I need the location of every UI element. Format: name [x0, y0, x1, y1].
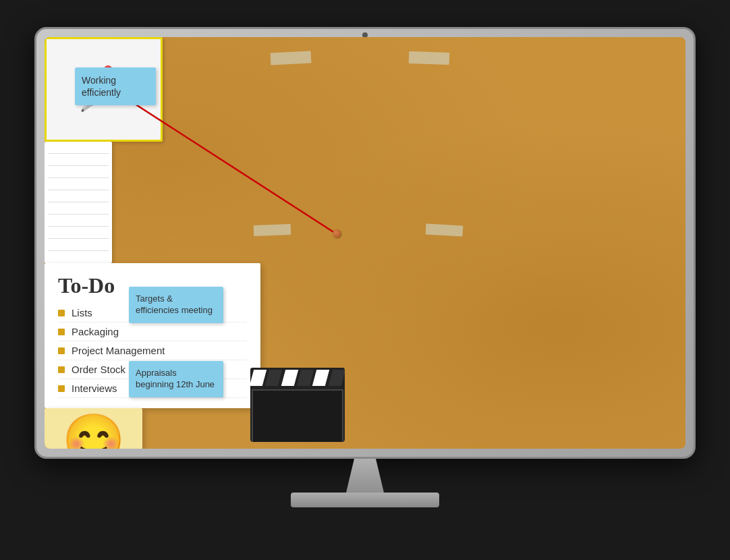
paper-line: [48, 142, 109, 154]
tape-2: [409, 51, 450, 65]
todo-item-packaging: Packaging: [58, 323, 247, 341]
clapperboard: [250, 368, 345, 442]
appraisals-text: Appraisals beginning 12th June: [136, 368, 215, 389]
todo-bullet: [58, 347, 65, 354]
paper-left: [45, 142, 112, 263]
paper-line: [48, 154, 109, 166]
tape-1: [271, 51, 312, 65]
note-appraisals: Appraisals beginning 12th June: [129, 361, 223, 397]
smiley-note: 😊 Remember timekeeping & set goals: [45, 408, 142, 449]
smiley-emoji: 😊: [62, 415, 125, 449]
paper-line: [48, 239, 109, 251]
working-efficiently-text: Working efficiently: [82, 75, 121, 98]
monitor-neck: [338, 459, 392, 493]
paper-line: [48, 190, 109, 202]
monitor-base: [291, 493, 439, 507]
pushpin-2: [333, 229, 341, 237]
paper-line: [48, 202, 109, 215]
note-working-efficiently: Working efficiently: [75, 67, 156, 105]
corkboard: Working efficiently 🖊️ Targets & efficie…: [45, 37, 685, 449]
todo-item-project-management: Project Management: [58, 341, 247, 360]
todo-item-label: Lists: [72, 307, 92, 318]
paper-line: [48, 215, 109, 227]
targets-text: Targets & efficiencies meeting: [136, 293, 213, 315]
clapper-body: [252, 389, 343, 442]
todo-item-label: Packaging: [72, 326, 119, 337]
monitor-screen: Working efficiently 🖊️ Targets & efficie…: [45, 37, 685, 449]
todo-bullet: [58, 329, 65, 335]
monitor-wrapper: Working efficiently 🖊️ Targets & efficie…: [28, 27, 702, 533]
todo-bullet: [58, 310, 65, 316]
tape-4: [426, 224, 464, 237]
monitor-frame: Working efficiently 🖊️ Targets & efficie…: [34, 27, 696, 459]
todo-bullet: [58, 366, 65, 373]
clapper-top: [250, 368, 345, 388]
todo-item-label: Order Stock: [72, 364, 125, 375]
todo-bullet: [58, 385, 65, 392]
tape-3: [254, 224, 291, 236]
todo-item-label: Project Management: [72, 345, 165, 356]
paper-line: [48, 166, 109, 178]
note-targets: Targets & efficiencies meeting: [129, 287, 223, 323]
paper-line: [48, 227, 109, 239]
todo-item-label: Interviews: [72, 383, 117, 394]
paper-line: [48, 178, 109, 190]
